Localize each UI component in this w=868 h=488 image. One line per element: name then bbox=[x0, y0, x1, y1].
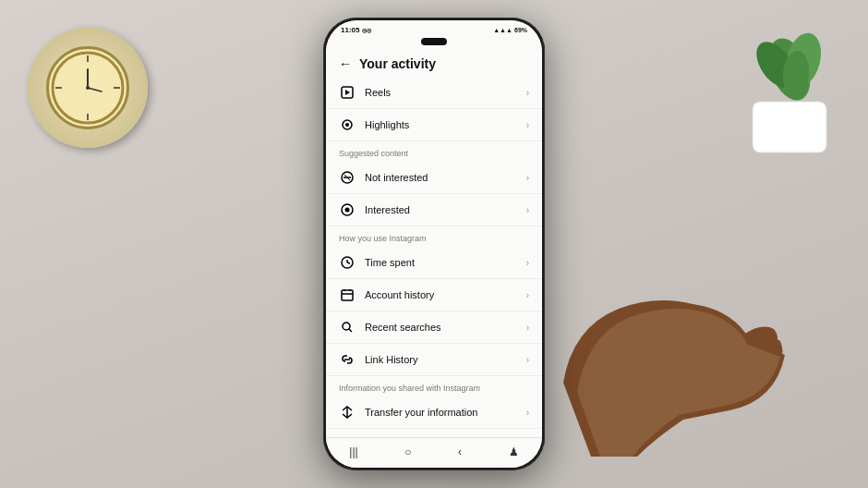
menu-item-time-spent[interactable]: Time spent › bbox=[326, 247, 542, 279]
menu-item-reels[interactable]: Reels › bbox=[326, 77, 542, 109]
bottom-nav: ||| ○ ‹ ♟ bbox=[326, 437, 542, 468]
svg-marker-14 bbox=[345, 90, 350, 95]
recent-searches-label: Recent searches bbox=[365, 322, 526, 333]
menu-list: Reels › Highlights › bbox=[326, 77, 542, 437]
time-display: 11:05 bbox=[341, 26, 359, 34]
link-icon bbox=[339, 351, 356, 368]
signal-icon: ▲▲▲ bbox=[493, 27, 512, 33]
account-history-label: Account history bbox=[365, 289, 526, 300]
svg-point-16 bbox=[345, 123, 349, 127]
not-interested-chevron: › bbox=[526, 173, 529, 183]
section-label-suggested: Suggested content bbox=[326, 141, 542, 162]
reels-icon bbox=[339, 84, 356, 101]
svg-line-30 bbox=[349, 329, 352, 332]
link-history-label: Link History bbox=[365, 354, 526, 365]
reels-chevron: › bbox=[526, 88, 529, 98]
status-right: ▲▲▲ 69% bbox=[493, 27, 527, 33]
nav-recent-apps[interactable]: ||| bbox=[344, 444, 363, 460]
time-spent-chevron: › bbox=[526, 258, 529, 268]
section-label-information: Information you shared with Instagram bbox=[326, 376, 542, 396]
search-icon bbox=[339, 319, 356, 336]
hand-decoration bbox=[545, 253, 785, 460]
menu-item-recent-searches[interactable]: Recent searches › bbox=[326, 311, 542, 344]
recent-searches-chevron: › bbox=[526, 323, 529, 333]
dynamic-island bbox=[326, 36, 542, 49]
svg-rect-25 bbox=[342, 290, 353, 300]
menu-item-transfer-info[interactable]: Transfer your information › bbox=[326, 396, 542, 429]
highlights-label: Highlights bbox=[365, 119, 526, 130]
not-interested-label: Not interested bbox=[365, 172, 526, 183]
app-header: ← Your activity bbox=[326, 49, 542, 77]
svg-rect-8 bbox=[753, 102, 826, 152]
island-pill bbox=[421, 38, 447, 45]
menu-item-not-interested[interactable]: Not interested › bbox=[326, 162, 542, 194]
interested-label: Interested bbox=[365, 204, 526, 215]
section-label-how-use: How you use Instagram bbox=[326, 226, 542, 247]
svg-point-29 bbox=[343, 323, 350, 330]
phone: 11:05 ◎◎ ▲▲▲ 69% ← Your activity bbox=[323, 18, 545, 470]
clock-icon bbox=[339, 254, 356, 271]
battery-display: 69% bbox=[514, 27, 527, 33]
phone-screen: 11:05 ◎◎ ▲▲▲ 69% ← Your activity bbox=[326, 20, 542, 468]
menu-item-interested[interactable]: Interested › bbox=[326, 194, 542, 226]
account-history-chevron: › bbox=[526, 290, 529, 300]
status-icons: ◎◎ bbox=[362, 27, 371, 33]
scene: 11:05 ◎◎ ▲▲▲ 69% ← Your activity bbox=[0, 0, 868, 488]
menu-item-highlights[interactable]: Highlights › bbox=[326, 109, 542, 141]
svg-point-3 bbox=[86, 86, 90, 90]
transfer-info-label: Transfer your information bbox=[365, 407, 526, 418]
menu-item-link-history[interactable]: Link History › bbox=[326, 344, 542, 376]
nav-home[interactable]: ○ bbox=[399, 444, 416, 460]
status-left: 11:05 ◎◎ bbox=[341, 26, 371, 34]
highlights-icon bbox=[339, 116, 356, 133]
time-spent-label: Time spent bbox=[365, 257, 526, 268]
interested-icon bbox=[339, 201, 356, 218]
nav-accessibility[interactable]: ♟ bbox=[503, 444, 524, 460]
reels-label: Reels bbox=[365, 87, 526, 98]
menu-item-download-info[interactable]: Download your information › bbox=[326, 429, 542, 437]
link-history-chevron: › bbox=[526, 355, 529, 365]
transfer-info-chevron: › bbox=[526, 408, 529, 418]
svg-line-24 bbox=[347, 262, 350, 263]
phone-container: 11:05 ◎◎ ▲▲▲ 69% ← Your activity bbox=[323, 18, 545, 470]
calendar-icon bbox=[339, 287, 356, 303]
back-button[interactable]: ← bbox=[339, 56, 352, 71]
nav-back[interactable]: ‹ bbox=[452, 444, 467, 460]
clock-face bbox=[46, 46, 129, 129]
not-interested-icon bbox=[339, 169, 356, 186]
svg-point-21 bbox=[345, 208, 350, 213]
highlights-chevron: › bbox=[526, 120, 529, 130]
page-title: Your activity bbox=[359, 56, 436, 71]
menu-item-account-history[interactable]: Account history › bbox=[326, 279, 542, 311]
clock-decoration bbox=[28, 28, 148, 148]
interested-chevron: › bbox=[526, 205, 529, 215]
status-bar: 11:05 ◎◎ ▲▲▲ 69% bbox=[326, 20, 542, 36]
plant-decoration bbox=[729, 18, 850, 157]
transfer-icon bbox=[339, 404, 356, 421]
